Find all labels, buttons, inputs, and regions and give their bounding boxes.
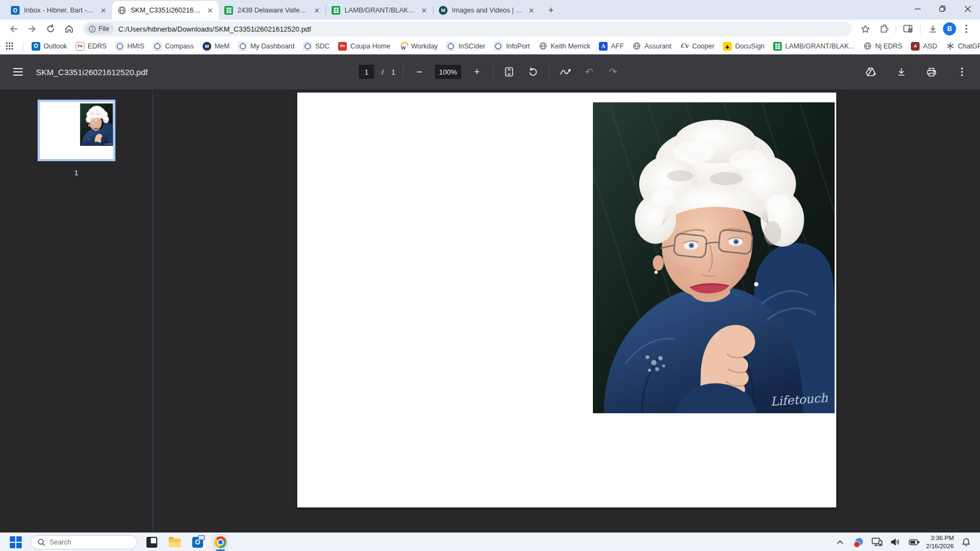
- taskbar-clock[interactable]: 3:36 PM 2/16/2026: [926, 534, 954, 550]
- profile-avatar[interactable]: B: [943, 22, 956, 35]
- hidden-icons-chevron[interactable]: [834, 535, 847, 549]
- sidebar-toggle-icon[interactable]: [10, 64, 26, 80]
- tab-label: Images and Videos | Data Entry: [452, 7, 523, 14]
- back-button[interactable]: [5, 21, 22, 36]
- docusign-icon: [723, 42, 732, 51]
- sync-status-icon[interactable]: [852, 535, 865, 549]
- bookmark-compass[interactable]: Compass: [149, 40, 198, 52]
- tab-pdf-active[interactable]: SKM_C3351i26021612520.pdf ✕: [112, 1, 219, 20]
- m-circle-favicon: [439, 6, 448, 15]
- fit-to-page-icon[interactable]: [501, 64, 517, 80]
- minimize-button[interactable]: [905, 0, 930, 17]
- bookmark-assurant[interactable]: Assurant: [629, 40, 675, 52]
- forward-button[interactable]: [24, 21, 40, 36]
- redo-icon[interactable]: ↷: [605, 64, 621, 80]
- bookmark-nj-edrs[interactable]: Nj EDRS: [859, 40, 906, 52]
- bookmark-edrs[interactable]: EDRS: [72, 40, 111, 52]
- tab-label: Inbox - Hibner, Bart - Outlook: [24, 7, 95, 14]
- bookmark-label: MeM: [215, 42, 230, 50]
- address-bar[interactable]: File C:/Users/hibnerba/Downloads/SKM_C33…: [83, 21, 852, 36]
- zoom-in-button[interactable]: +: [469, 64, 485, 80]
- tab-close-icon[interactable]: ✕: [420, 6, 428, 15]
- apps-grid-icon[interactable]: [5, 42, 14, 51]
- bookmark-label: ChatGPT: [958, 42, 980, 50]
- taskbar-search[interactable]: [30, 535, 137, 549]
- taskbar-outlook[interactable]: O: [189, 534, 206, 550]
- tab-close-icon[interactable]: ✕: [527, 6, 536, 15]
- document-viewport[interactable]: [153, 89, 980, 532]
- tab-label: LAMB/GRANT/BLAKE-DOYLE -: [345, 7, 415, 14]
- tab-close-icon[interactable]: ✕: [99, 6, 108, 15]
- thumbnail-image: [40, 102, 113, 159]
- rotate-icon[interactable]: [525, 64, 541, 80]
- taskbar-app-window[interactable]: [144, 534, 160, 550]
- tab-close-icon[interactable]: ✕: [206, 6, 215, 15]
- volume-icon[interactable]: [889, 535, 902, 549]
- save-to-drive-icon[interactable]: [862, 64, 879, 80]
- side-panel-search-icon[interactable]: [900, 21, 916, 36]
- workday-icon: [399, 42, 408, 51]
- file-chip-label: File: [99, 25, 109, 33]
- page-total: 1: [391, 68, 395, 76]
- bookmark-aff[interactable]: AFF: [595, 40, 628, 52]
- sheets-favicon: [332, 6, 340, 15]
- bookmark-infoport[interactable]: InfoPort: [490, 40, 534, 52]
- cast-display-icon[interactable]: [871, 535, 884, 549]
- pdf-menu-icon[interactable]: [954, 64, 970, 80]
- start-button[interactable]: [8, 534, 24, 550]
- bookmark-label: Outlook: [44, 42, 67, 50]
- download-icon[interactable]: [893, 64, 909, 80]
- bookmark-lamb-grant[interactable]: LAMB/GRANT/BLAK...: [769, 40, 858, 52]
- bookmark-mem[interactable]: MeM: [199, 40, 234, 52]
- print-icon[interactable]: [923, 64, 940, 80]
- sheets-icon: [773, 42, 782, 51]
- bookmark-keith-merrick[interactable]: Keith Merrick: [535, 40, 594, 52]
- seal-icon: [446, 42, 455, 51]
- tab-sheet-lamb-grant[interactable]: LAMB/GRANT/BLAKE-DOYLE - ✕: [326, 1, 433, 20]
- bookmark-docusign[interactable]: DocuSign: [719, 40, 768, 52]
- tab-outlook-inbox[interactable]: Inbox - Hibner, Bart - Outlook ✕: [5, 1, 112, 20]
- new-tab-button[interactable]: +: [543, 3, 559, 18]
- bookmark-inscider[interactable]: InSCIder: [443, 40, 489, 52]
- annotate-icon[interactable]: [557, 64, 573, 80]
- bookmark-hmis[interactable]: HMIS: [112, 40, 148, 52]
- taskbar-file-explorer[interactable]: [167, 534, 183, 550]
- toolbar-divider: [403, 66, 403, 78]
- pdf-viewer-body: 1: [0, 89, 980, 532]
- bookmark-cooper[interactable]: Cooper: [676, 40, 718, 52]
- bookmark-coupa-home[interactable]: Coupa Home: [334, 40, 394, 52]
- browser-menu-icon[interactable]: [958, 21, 975, 36]
- close-button[interactable]: [955, 0, 980, 17]
- tab-sheet-delaware[interactable]: 2439 Delaware Valley Cremator ✕: [219, 1, 326, 20]
- page-number-input[interactable]: [359, 65, 374, 79]
- bookmark-chatgpt[interactable]: ChatGPT: [942, 40, 980, 52]
- bookmark-star-icon[interactable]: [857, 21, 873, 36]
- home-button[interactable]: [61, 21, 77, 36]
- bookmarks-divider: [23, 42, 23, 51]
- seal-icon: [238, 42, 247, 51]
- restore-button[interactable]: [930, 0, 955, 17]
- search-input[interactable]: [50, 538, 115, 546]
- bookmark-asd[interactable]: ASD: [907, 40, 941, 52]
- extensions-icon[interactable]: [875, 21, 892, 36]
- reload-button[interactable]: [42, 21, 59, 36]
- outlook-favicon: [11, 6, 20, 15]
- bookmark-outlook[interactable]: Outlook: [28, 40, 71, 52]
- aff-icon: [599, 42, 608, 51]
- tab-images-videos-data-entry[interactable]: Images and Videos | Data Entry ✕: [433, 1, 540, 20]
- bookmark-workday[interactable]: Workday: [395, 40, 442, 52]
- file-scheme-chip[interactable]: File: [85, 23, 114, 34]
- downloads-icon[interactable]: [924, 21, 941, 36]
- bookmark-sdc[interactable]: SDC: [299, 40, 333, 52]
- notifications-bell-icon[interactable]: z: [959, 535, 972, 549]
- battery-icon[interactable]: [908, 535, 921, 549]
- seal-icon: [153, 42, 162, 51]
- bookmark-label: Workday: [411, 42, 438, 50]
- page-thumbnail[interactable]: [38, 100, 115, 161]
- bookmark-my-dashboard[interactable]: My Dashboard: [235, 40, 298, 52]
- tab-close-icon[interactable]: ✕: [313, 6, 321, 15]
- zoom-out-button[interactable]: −: [411, 64, 427, 80]
- clock-date: 2/16/2026: [926, 542, 954, 550]
- undo-icon[interactable]: ↶: [581, 64, 597, 80]
- taskbar-chrome-active[interactable]: [212, 534, 229, 550]
